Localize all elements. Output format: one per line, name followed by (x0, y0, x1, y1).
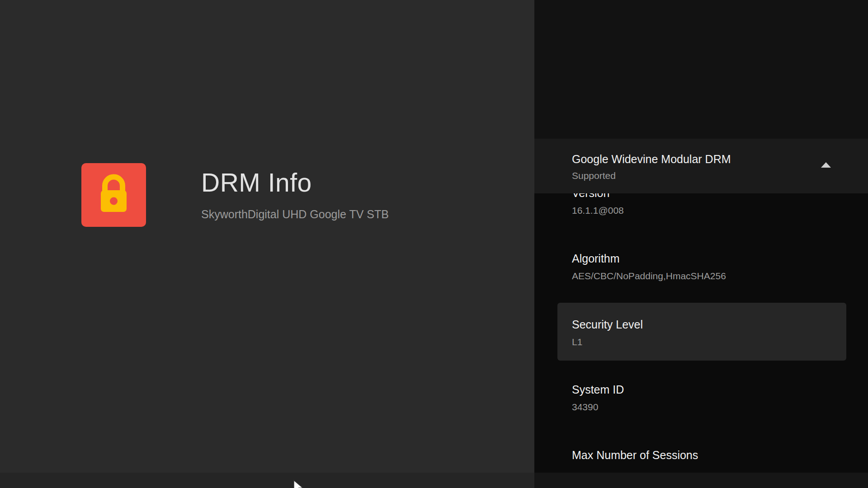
item-label: Algorithm (572, 252, 620, 265)
panel-top-region (534, 0, 868, 139)
device-name: SkyworthDigital UHD Google TV STB (201, 208, 389, 221)
drm-scheme-panel: Google Widevine Modular DRM Supported Ve… (534, 0, 868, 488)
item-label: Security Level (572, 318, 643, 331)
item-value: 34390 (572, 402, 598, 413)
mouse-cursor (293, 480, 305, 488)
item-label: Max Number of Sessions (572, 449, 698, 462)
item-label: System ID (572, 383, 624, 396)
bottom-edge-band-left (0, 473, 534, 488)
page-title: DRM Info (201, 168, 312, 197)
section-title: Google Widevine Modular DRM (572, 153, 731, 166)
focused-row-card[interactable] (557, 303, 846, 361)
app-info-pane: DRM Info SkyworthDigital UHD Google TV S… (0, 0, 534, 488)
item-value: AES/CBC/NoPadding,HmacSHA256 (572, 271, 726, 282)
bottom-edge-band-right (534, 473, 868, 488)
section-status: Supported (572, 170, 616, 181)
drm-info-app-icon (81, 163, 146, 227)
item-value: L1 (572, 337, 582, 347)
caret-up-icon[interactable] (821, 162, 831, 168)
item-value: 16.1.1@008 (572, 205, 624, 216)
widevine-section-header[interactable]: Google Widevine Modular DRM Supported (534, 139, 868, 193)
